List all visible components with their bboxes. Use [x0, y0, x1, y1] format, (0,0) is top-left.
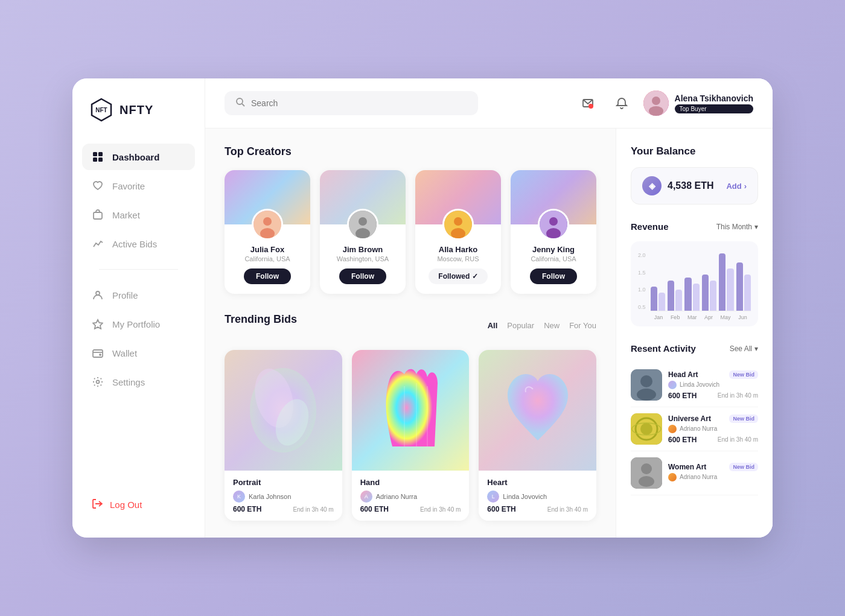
activity-name-3: Women Art — [668, 463, 706, 471]
bid-end-1: End in 3h 40 m — [293, 506, 333, 513]
svg-line-14 — [242, 104, 244, 106]
bid-user-avatar-1: K — [233, 491, 245, 503]
revenue-title: Revenue — [631, 221, 669, 232]
follow-button-2[interactable]: Follow — [339, 268, 386, 284]
sidebar-item-active-bids[interactable]: Active Bids — [82, 230, 195, 257]
bar-jun-secondary — [744, 275, 751, 311]
logo: NFT NFTY — [72, 98, 205, 144]
filter-new[interactable]: New — [544, 321, 560, 330]
activity-end-2: End in 3h 40 m — [718, 436, 758, 443]
svg-point-27 — [454, 217, 462, 226]
star-icon — [92, 318, 104, 330]
creator-card-2: Jim Brown Washington, USA Follow — [320, 170, 406, 294]
x-label-may: May — [721, 314, 731, 320]
logout-button[interactable]: Log Out — [72, 491, 205, 518]
logout-label: Log Out — [110, 500, 142, 510]
bid-title-2: Hand — [360, 478, 461, 487]
period-select[interactable]: This Month ▾ — [716, 223, 758, 231]
chart-bar-may — [719, 253, 733, 311]
header: Alena Tsikhanovich Top Buyer — [205, 78, 773, 129]
sidebar-item-market[interactable]: Market — [82, 202, 195, 228]
sidebar-item-label-active-bids: Active Bids — [112, 239, 157, 249]
sidebar-item-my-portfolio[interactable]: My Portfolio — [82, 311, 195, 337]
followed-button-3[interactable]: Followed ✓ — [429, 268, 487, 284]
sidebar-item-label-portfolio: My Portfolio — [112, 319, 160, 329]
notifications-button[interactable] — [610, 91, 634, 115]
sidebar-item-dashboard[interactable]: Dashboard — [82, 144, 195, 170]
search-input[interactable] — [251, 98, 467, 108]
logo-icon: NFT — [89, 98, 113, 122]
bid-title-1: Portrait — [233, 478, 334, 487]
chevron-down-icon-activity: ▾ — [754, 345, 758, 353]
creator-location-3: Moscow, RUS — [422, 255, 494, 262]
activity-header: Resent Activity See All ▾ — [631, 343, 758, 354]
bid-image-2 — [352, 350, 470, 471]
svg-point-30 — [549, 217, 558, 226]
filter-all[interactable]: All — [488, 321, 498, 330]
balance-left: ◈ 4,538 ETH — [642, 176, 713, 195]
see-all-button[interactable]: See All ▾ — [730, 345, 758, 353]
activity-user-name-1: Linda Jovovich — [680, 381, 719, 388]
x-label-jan: Jan — [654, 314, 663, 320]
content-area: Top Creators Julia Fox — [205, 129, 773, 538]
creator-location-1: California, USA — [232, 255, 303, 262]
activity-thumb-2 — [631, 413, 662, 445]
avatar — [643, 90, 669, 116]
svg-point-40 — [640, 423, 652, 435]
creator-banner-4 — [511, 170, 596, 224]
revenue-chart: 2.0 1.5 1.0 0.5 — [631, 241, 758, 326]
chart-icon — [92, 238, 104, 250]
grid-icon — [92, 151, 104, 163]
creator-banner-1 — [225, 170, 310, 224]
creators-grid: Julia Fox California, USA Follow — [225, 170, 596, 294]
bid-title-3: Heart — [487, 478, 588, 487]
new-bid-badge-3: New Bid — [729, 463, 758, 471]
creator-card-4: Jenny King California, USA Follow — [511, 170, 596, 294]
y-label-1: 1.0 — [638, 287, 646, 293]
bar-may-primary — [719, 253, 725, 311]
activity-details-2: Universe Art New Bid Adriano Nurra 600 E… — [668, 414, 758, 444]
sidebar: NFT NFTY Dashboard — [72, 78, 205, 538]
creator-card-1: Julia Fox California, USA Follow — [225, 170, 310, 294]
heart-icon — [92, 180, 104, 192]
svg-rect-4 — [93, 157, 97, 162]
filter-popular[interactable]: Popular — [507, 321, 534, 330]
bag-icon — [92, 209, 104, 221]
sidebar-item-favorite[interactable]: Favorite — [82, 173, 195, 199]
bar-feb-secondary — [675, 290, 682, 311]
activity-details-3: Women Art New Bid Adriano Nurra — [668, 463, 758, 484]
messages-button[interactable] — [576, 91, 600, 115]
add-balance-button[interactable]: Add › — [726, 182, 747, 191]
svg-rect-6 — [94, 212, 102, 219]
follow-button-1[interactable]: Follow — [244, 268, 291, 284]
activity-top-3: Women Art New Bid — [668, 463, 758, 471]
activity-title: Resent Activity — [631, 343, 696, 354]
svg-point-21 — [263, 217, 272, 226]
creator-name-1: Julia Fox — [232, 245, 303, 254]
activity-user-row-1: Linda Jovovich — [668, 381, 758, 389]
filter-for-you[interactable]: For You — [569, 321, 596, 330]
bids-grid: Portrait K Karla Johnson 600 ETH End in … — [225, 350, 596, 521]
search-bar[interactable] — [225, 91, 478, 115]
activity-price-1: 600 ETH — [668, 392, 697, 400]
new-bid-badge-2: New Bid — [729, 414, 758, 423]
bid-footer-2: Hand A Adriano Nurra 600 ETH End in 3h 4… — [352, 471, 470, 521]
center-panel: Top Creators Julia Fox — [205, 129, 616, 538]
creator-card-3: Alla Harko Moscow, RUS Followed ✓ — [415, 170, 501, 294]
follow-button-4[interactable]: Follow — [530, 268, 577, 284]
svg-point-13 — [237, 98, 243, 104]
bid-card-1: Portrait K Karla Johnson 600 ETH End in … — [225, 350, 342, 521]
activity-item-3: Women Art New Bid Adriano Nurra — [631, 451, 758, 495]
svg-point-43 — [641, 463, 652, 474]
creator-avatar-3 — [442, 209, 474, 240]
bid-price-2: 600 ETH — [360, 505, 389, 513]
sidebar-item-wallet[interactable]: Wallet — [82, 340, 195, 366]
bid-price-row-3: 600 ETH End in 3h 40 m — [487, 505, 588, 513]
search-icon — [235, 97, 245, 109]
trending-bids-title: Trending Bids — [225, 313, 297, 326]
activity-thumb-3 — [631, 457, 662, 489]
x-label-jun: Jun — [738, 314, 747, 320]
sidebar-item-profile[interactable]: Profile — [82, 282, 195, 308]
svg-point-24 — [359, 217, 367, 226]
sidebar-item-settings[interactable]: Settings — [82, 369, 195, 395]
